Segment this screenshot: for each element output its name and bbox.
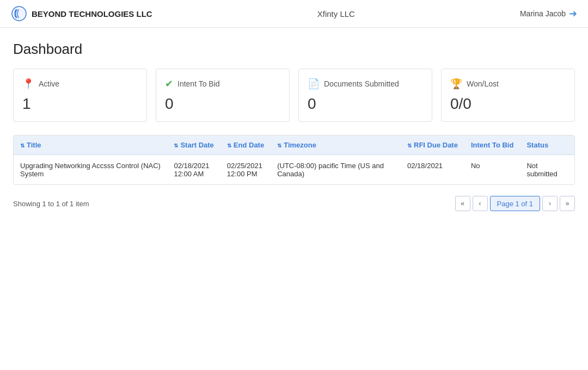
table-row: Upgrading Networking Accsss Control (NAC… [14, 155, 574, 185]
stat-icon-2: 📄 [308, 78, 320, 90]
page-title: Dashboard [13, 41, 575, 58]
col-header-status: Status [520, 135, 574, 155]
sort-arrows-icon: ⇅ [20, 143, 24, 149]
sort-arrows-icon: ⇅ [407, 143, 412, 149]
sort-arrows-icon: ⇅ [277, 143, 281, 149]
sort-arrows-icon: ⇅ [227, 143, 231, 149]
stat-label-2: Documents Submitted [324, 79, 399, 88]
user-info: Marina Jacob ➜ [520, 8, 577, 20]
stat-icon-0: 📍 [22, 78, 34, 90]
col-header-end-date[interactable]: ⇅End Date [220, 135, 271, 155]
main-content: Dashboard 📍 Active 1 ✔ Intent To Bid 0 📄… [0, 28, 588, 224]
projects-table-container: ⇅Title⇅Start Date⇅End Date⇅Timezone⇅RFI … [13, 135, 575, 185]
stat-card-0: 📍 Active 1 [13, 69, 147, 122]
last-page-button[interactable]: » [560, 196, 575, 211]
cell-row0-col3: (UTC-08:00) pacific Time (US and Canada) [271, 155, 401, 185]
col-header-timezone[interactable]: ⇅Timezone [271, 135, 401, 155]
stat-card-1: ✔ Intent To Bid 0 [156, 69, 290, 122]
cell-row0-col5: No [464, 155, 520, 185]
svg-point-0 [12, 7, 26, 21]
cell-row0-col0: Upgrading Networking Accsss Control (NAC… [14, 155, 167, 185]
sort-arrows-icon: ⇅ [174, 143, 178, 149]
stat-card-header-0: 📍 Active [22, 78, 138, 90]
stat-value-2: 0 [308, 95, 423, 113]
logout-icon[interactable]: ➜ [569, 8, 577, 20]
app-header: BEYOND TECHNOLOGIES LLC Xfinty LLC Marin… [0, 0, 588, 28]
col-header-rfi-due-date[interactable]: ⇅RFI Due Date [401, 135, 464, 155]
page-label: Page 1 of 1 [490, 196, 541, 211]
stat-card-3: 🏆 Won/Lost 0/0 [441, 69, 575, 122]
next-page-button[interactable]: › [542, 196, 558, 211]
client-name: Xfinty LLC [152, 9, 520, 18]
stat-card-header-1: ✔ Intent To Bid [165, 78, 280, 90]
stat-label-3: Won/Lost [467, 79, 499, 88]
stat-card-header-3: 🏆 Won/Lost [450, 78, 566, 90]
col-header-start-date[interactable]: ⇅Start Date [167, 135, 220, 155]
stat-value-3: 0/0 [450, 95, 566, 113]
showing-text: Showing 1 to 1 of 1 item [13, 200, 89, 208]
stat-label-1: Intent To Bid [177, 79, 220, 88]
pagination: « ‹ Page 1 of 1 › » [455, 196, 575, 211]
first-page-button[interactable]: « [455, 196, 470, 211]
company-name: BEYOND TECHNOLOGIES LLC [32, 9, 152, 18]
cell-row0-col6: Not submitted [520, 155, 574, 185]
col-header-title[interactable]: ⇅Title [14, 135, 167, 155]
stat-icon-1: ✔ [165, 78, 173, 90]
cell-row0-col4: 02/18/2021 [401, 155, 464, 185]
stat-cards-container: 📍 Active 1 ✔ Intent To Bid 0 📄 Documents… [13, 69, 575, 122]
username: Marina Jacob [520, 9, 566, 18]
stat-card-2: 📄 Documents Submitted 0 [298, 69, 432, 122]
stat-icon-3: 🏆 [450, 78, 462, 90]
table-footer: Showing 1 to 1 of 1 item « ‹ Page 1 of 1… [13, 196, 575, 211]
stat-value-0: 1 [22, 95, 138, 113]
projects-table: ⇅Title⇅Start Date⇅End Date⇅Timezone⇅RFI … [14, 135, 574, 184]
beyond-logo-icon [11, 5, 27, 22]
stat-label-0: Active [39, 79, 59, 88]
prev-page-button[interactable]: ‹ [473, 196, 488, 211]
stat-card-header-2: 📄 Documents Submitted [308, 78, 423, 90]
stat-value-1: 0 [165, 95, 280, 113]
col-header-intent-to-bid: Intent To Bid [464, 135, 520, 155]
cell-row0-col1: 02/18/2021 12:00 AM [167, 155, 220, 185]
company-logo: BEYOND TECHNOLOGIES LLC [11, 5, 152, 22]
cell-row0-col2: 02/25/2021 12:00 PM [220, 155, 271, 185]
